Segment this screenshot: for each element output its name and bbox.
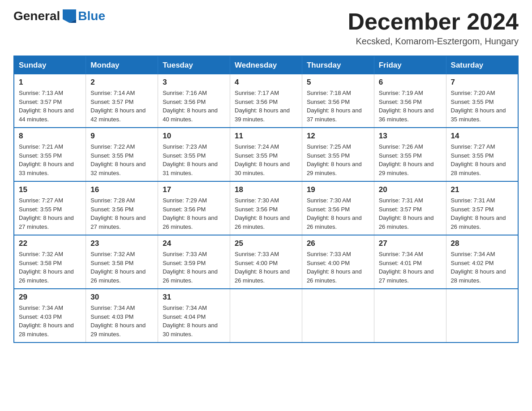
day-info: Sunrise: 7:31 AMSunset: 3:57 PMDaylight:… xyxy=(451,197,506,230)
day-info: Sunrise: 7:32 AMSunset: 3:58 PMDaylight:… xyxy=(19,251,74,284)
day-cell: 25 Sunrise: 7:33 AMSunset: 4:00 PMDaylig… xyxy=(230,235,302,289)
col-wednesday: Wednesday xyxy=(230,56,302,74)
week-row-3: 15 Sunrise: 7:27 AMSunset: 3:55 PMDaylig… xyxy=(14,181,518,235)
day-cell: 4 Sunrise: 7:17 AMSunset: 3:56 PMDayligh… xyxy=(230,74,302,128)
logo-text-general: General xyxy=(13,9,60,23)
day-number: 8 xyxy=(19,132,81,141)
day-info: Sunrise: 7:21 AMSunset: 3:55 PMDaylight:… xyxy=(19,143,74,176)
day-info: Sunrise: 7:23 AMSunset: 3:55 PMDaylight:… xyxy=(163,143,218,176)
day-number: 23 xyxy=(90,239,153,248)
day-number: 3 xyxy=(163,78,225,87)
title-area: December 2024 Kecsked, Komarom-Esztergom… xyxy=(348,9,519,47)
day-cell: 15 Sunrise: 7:27 AMSunset: 3:55 PMDaylig… xyxy=(14,181,86,235)
day-info: Sunrise: 7:33 AMSunset: 3:59 PMDaylight:… xyxy=(163,251,218,284)
day-cell: 22 Sunrise: 7:32 AMSunset: 3:58 PMDaylig… xyxy=(14,235,86,289)
day-info: Sunrise: 7:33 AMSunset: 4:00 PMDaylight:… xyxy=(235,251,290,284)
day-cell: 5 Sunrise: 7:18 AMSunset: 3:56 PMDayligh… xyxy=(302,74,374,128)
day-number: 20 xyxy=(379,185,442,194)
col-monday: Monday xyxy=(86,56,158,74)
day-cell: 11 Sunrise: 7:24 AMSunset: 3:55 PMDaylig… xyxy=(230,128,302,181)
header: General Blue December 2024 Kecsked, Koma… xyxy=(13,9,519,47)
col-sunday: Sunday xyxy=(14,56,86,74)
day-info: Sunrise: 7:30 AMSunset: 3:56 PMDaylight:… xyxy=(307,197,362,230)
day-number: 29 xyxy=(19,293,81,302)
day-info: Sunrise: 7:34 AMSunset: 4:03 PMDaylight:… xyxy=(90,304,146,338)
day-number: 19 xyxy=(307,185,369,194)
day-info: Sunrise: 7:34 AMSunset: 4:02 PMDaylight:… xyxy=(451,251,506,284)
day-info: Sunrise: 7:14 AMSunset: 3:57 PMDaylight:… xyxy=(90,90,146,123)
day-info: Sunrise: 7:34 AMSunset: 4:01 PMDaylight:… xyxy=(379,251,434,284)
day-number: 28 xyxy=(451,239,513,248)
day-cell: 26 Sunrise: 7:33 AMSunset: 4:00 PMDaylig… xyxy=(302,235,374,289)
day-number: 17 xyxy=(163,185,225,194)
week-row-2: 8 Sunrise: 7:21 AMSunset: 3:55 PMDayligh… xyxy=(14,128,518,181)
day-info: Sunrise: 7:29 AMSunset: 3:56 PMDaylight:… xyxy=(163,197,218,230)
day-cell: 18 Sunrise: 7:30 AMSunset: 3:56 PMDaylig… xyxy=(230,181,302,235)
day-info: Sunrise: 7:27 AMSunset: 3:55 PMDaylight:… xyxy=(19,197,74,230)
day-number: 25 xyxy=(235,239,297,248)
day-cell: 28 Sunrise: 7:34 AMSunset: 4:02 PMDaylig… xyxy=(446,235,518,289)
day-cell xyxy=(230,289,302,342)
day-number: 27 xyxy=(379,239,442,248)
week-row-4: 22 Sunrise: 7:32 AMSunset: 3:58 PMDaylig… xyxy=(14,235,518,289)
day-cell: 31 Sunrise: 7:34 AMSunset: 4:04 PMDaylig… xyxy=(158,289,230,342)
col-saturday: Saturday xyxy=(446,56,518,74)
day-number: 12 xyxy=(307,132,369,141)
day-info: Sunrise: 7:31 AMSunset: 3:57 PMDaylight:… xyxy=(379,197,434,230)
day-cell: 7 Sunrise: 7:20 AMSunset: 3:55 PMDayligh… xyxy=(446,74,518,128)
day-info: Sunrise: 7:25 AMSunset: 3:55 PMDaylight:… xyxy=(307,143,362,176)
day-cell: 30 Sunrise: 7:34 AMSunset: 4:03 PMDaylig… xyxy=(86,289,158,342)
logo: General Blue xyxy=(13,9,105,23)
day-cell: 12 Sunrise: 7:25 AMSunset: 3:55 PMDaylig… xyxy=(302,128,374,181)
day-info: Sunrise: 7:13 AMSunset: 3:57 PMDaylight:… xyxy=(19,90,74,123)
day-cell: 27 Sunrise: 7:34 AMSunset: 4:01 PMDaylig… xyxy=(374,235,446,289)
day-cell: 16 Sunrise: 7:28 AMSunset: 3:56 PMDaylig… xyxy=(86,181,158,235)
day-number: 24 xyxy=(163,239,225,248)
day-cell: 3 Sunrise: 7:16 AMSunset: 3:56 PMDayligh… xyxy=(158,74,230,128)
day-number: 18 xyxy=(235,185,297,194)
day-cell: 8 Sunrise: 7:21 AMSunset: 3:55 PMDayligh… xyxy=(14,128,86,181)
calendar-table: Sunday Monday Tuesday Wednesday Thursday… xyxy=(13,56,519,343)
day-cell: 6 Sunrise: 7:19 AMSunset: 3:56 PMDayligh… xyxy=(374,74,446,128)
col-friday: Friday xyxy=(374,56,446,74)
logo-icon xyxy=(63,9,76,23)
day-info: Sunrise: 7:18 AMSunset: 3:56 PMDaylight:… xyxy=(307,90,362,123)
day-number: 22 xyxy=(19,239,81,248)
logo-text-blue: Blue xyxy=(78,9,105,23)
day-number: 7 xyxy=(451,78,513,87)
day-info: Sunrise: 7:26 AMSunset: 3:55 PMDaylight:… xyxy=(379,143,434,176)
day-cell: 23 Sunrise: 7:32 AMSunset: 3:58 PMDaylig… xyxy=(86,235,158,289)
day-number: 11 xyxy=(235,132,297,141)
day-info: Sunrise: 7:33 AMSunset: 4:00 PMDaylight:… xyxy=(307,251,362,284)
day-info: Sunrise: 7:17 AMSunset: 3:56 PMDaylight:… xyxy=(235,90,290,123)
day-info: Sunrise: 7:16 AMSunset: 3:56 PMDaylight:… xyxy=(163,90,218,123)
day-number: 6 xyxy=(379,78,442,87)
col-thursday: Thursday xyxy=(302,56,374,74)
day-number: 9 xyxy=(90,132,153,141)
day-info: Sunrise: 7:30 AMSunset: 3:56 PMDaylight:… xyxy=(235,197,290,230)
day-number: 21 xyxy=(451,185,513,194)
week-row-5: 29 Sunrise: 7:34 AMSunset: 4:03 PMDaylig… xyxy=(14,289,518,342)
day-info: Sunrise: 7:34 AMSunset: 4:04 PMDaylight:… xyxy=(163,304,218,338)
day-cell xyxy=(374,289,446,342)
day-number: 15 xyxy=(19,185,81,194)
day-cell: 17 Sunrise: 7:29 AMSunset: 3:56 PMDaylig… xyxy=(158,181,230,235)
day-number: 1 xyxy=(19,78,81,87)
day-cell: 14 Sunrise: 7:27 AMSunset: 3:55 PMDaylig… xyxy=(446,128,518,181)
day-cell: 9 Sunrise: 7:22 AMSunset: 3:55 PMDayligh… xyxy=(86,128,158,181)
week-row-1: 1 Sunrise: 7:13 AMSunset: 3:57 PMDayligh… xyxy=(14,74,518,128)
day-number: 10 xyxy=(163,132,225,141)
day-info: Sunrise: 7:22 AMSunset: 3:55 PMDaylight:… xyxy=(90,143,146,176)
day-info: Sunrise: 7:34 AMSunset: 4:03 PMDaylight:… xyxy=(19,304,74,338)
day-info: Sunrise: 7:24 AMSunset: 3:55 PMDaylight:… xyxy=(235,143,290,176)
day-info: Sunrise: 7:28 AMSunset: 3:56 PMDaylight:… xyxy=(90,197,146,230)
calendar-header: Sunday Monday Tuesday Wednesday Thursday… xyxy=(14,56,518,74)
day-info: Sunrise: 7:27 AMSunset: 3:55 PMDaylight:… xyxy=(451,143,506,176)
day-number: 31 xyxy=(163,293,225,302)
day-cell: 1 Sunrise: 7:13 AMSunset: 3:57 PMDayligh… xyxy=(14,74,86,128)
day-number: 2 xyxy=(90,78,153,87)
day-cell: 19 Sunrise: 7:30 AMSunset: 3:56 PMDaylig… xyxy=(302,181,374,235)
day-cell xyxy=(446,289,518,342)
day-number: 13 xyxy=(379,132,442,141)
day-number: 14 xyxy=(451,132,513,141)
